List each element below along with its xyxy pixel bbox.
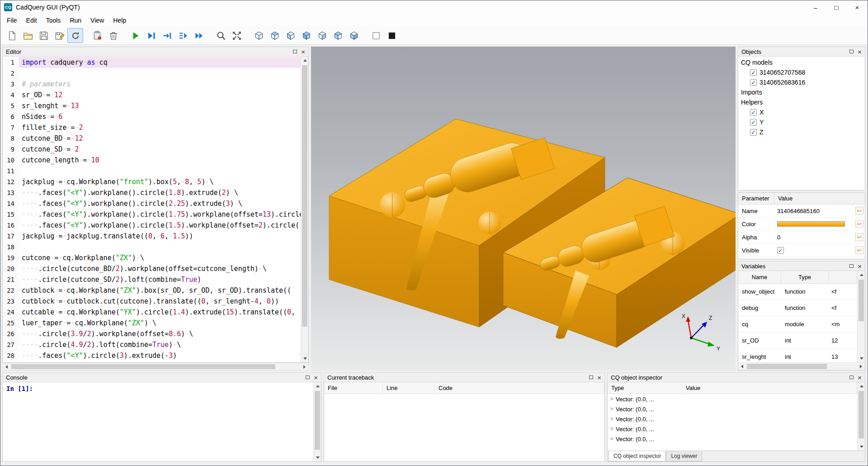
code-line-20[interactable]: 20····.circle(cutcone_BD/2).workplane(of… — [3, 263, 301, 274]
scroll-down-button[interactable] — [858, 355, 865, 362]
checkbox[interactable]: ✓ — [750, 109, 757, 116]
view-right-button[interactable] — [314, 28, 330, 43]
scroll-right-button[interactable] — [857, 363, 865, 371]
tab-log-viewer[interactable]: Log viewer — [666, 451, 702, 461]
code-line-7[interactable]: 7fillet_size·=·2 — [3, 122, 301, 133]
code-line-22[interactable]: 22cutblock·=·cq.Workplane("ZX").box(sr_O… — [3, 285, 301, 296]
tab-cq-object-inspector[interactable]: CQ object inspector — [609, 451, 666, 461]
tree-item-y[interactable]: ✓Y — [738, 117, 865, 127]
menu-tools[interactable]: Tools — [42, 15, 66, 26]
variable-row-show-object[interactable]: show_objectfunction<f — [738, 284, 857, 300]
code-line-9[interactable]: 9cutcone_SD·=·2 — [3, 144, 301, 155]
continue-button[interactable] — [191, 28, 207, 43]
code-line-25[interactable]: 25luer_taper·=·cq.Workplane("ZX")·\ — [3, 318, 301, 328]
scroll-up-button[interactable] — [858, 271, 865, 279]
save-as-button[interactable] — [52, 28, 67, 43]
close-panel-button[interactable]: × — [597, 374, 601, 381]
checkbox[interactable]: ✓ — [750, 129, 757, 136]
variables-vertical-scrollbar[interactable] — [857, 271, 865, 362]
inspector-row-2[interactable]: >Vector: (0.0, ... — [608, 414, 857, 424]
view-bottom-button[interactable] — [346, 28, 362, 43]
tree-item-z[interactable]: ✓Z — [738, 127, 865, 137]
inspector-row-3[interactable]: >Vector: (0.0, ... — [608, 424, 857, 434]
code-line-11[interactable]: 11 — [3, 166, 301, 176]
variable-row-sr-lenght[interactable]: sr_lenghtint13 — [738, 349, 857, 362]
step-button[interactable] — [159, 28, 175, 43]
scroll-thumb[interactable] — [747, 364, 827, 369]
view-iso-button[interactable] — [251, 28, 267, 43]
code-line-27[interactable]: 27····.circle(4.9/2).loft(combine=True)·… — [3, 339, 301, 350]
code-line-2[interactable]: 2 — [3, 68, 301, 79]
variable-row-cq[interactable]: cqmodule<m — [738, 316, 857, 333]
code-line-26[interactable]: 26····.circle(3.9/2).workplane(offset=8.… — [3, 328, 301, 339]
menu-help[interactable]: Help — [108, 15, 131, 26]
viewport-3d[interactable]: X Z Y — [311, 47, 736, 371]
code-line-17[interactable]: 17jackplug·=·jackplug.translate((0,·6,·1… — [3, 231, 301, 242]
code-line-23[interactable]: 23cutblock·=·cutblock.cut(cutcone).trans… — [3, 296, 301, 307]
checkbox[interactable]: ✓ — [750, 69, 757, 76]
expand-icon[interactable]: > — [608, 426, 616, 432]
menu-file[interactable]: File — [2, 15, 22, 26]
tree-item-imports[interactable]: Imports — [738, 87, 865, 97]
variables-horizontal-scrollbar[interactable] — [738, 362, 865, 370]
close-panel-button[interactable]: × — [858, 263, 862, 270]
property-value[interactable]: 0 — [774, 234, 855, 241]
reload-button[interactable] — [67, 28, 83, 43]
maximize-button[interactable]: □ — [826, 0, 847, 14]
scroll-right-button[interactable] — [301, 363, 308, 371]
inspector-vertical-scrollbar[interactable] — [857, 382, 865, 451]
checkbox[interactable]: ✓ — [777, 247, 784, 254]
float-panel-button[interactable] — [293, 50, 297, 53]
scroll-left-button[interactable] — [3, 363, 10, 371]
inspector-row-0[interactable]: >Vector: (0.0, ... — [608, 394, 857, 404]
expand-icon[interactable]: > — [608, 436, 616, 442]
code-line-15[interactable]: 15····.faces("<Y").workplane().circle(1.… — [3, 209, 301, 220]
editor-horizontal-scrollbar[interactable] — [2, 363, 309, 371]
scroll-down-button[interactable] — [858, 443, 865, 451]
render-button[interactable] — [127, 28, 143, 43]
tree-item-helpers[interactable]: Helpers — [738, 97, 865, 107]
minimize-button[interactable]: – — [805, 0, 826, 14]
inspector-row-1[interactable]: >Vector: (0.0, ... — [608, 404, 857, 414]
code-line-4[interactable]: 4sr_OD·=·12 — [3, 90, 301, 100]
clear-button[interactable] — [90, 28, 105, 43]
code-line-10[interactable]: 10cutcone_length·=·10 — [3, 155, 301, 166]
float-panel-button[interactable] — [589, 376, 593, 379]
scroll-thumb[interactable] — [315, 391, 320, 450]
delete-button[interactable] — [105, 28, 121, 43]
shaded-button[interactable] — [384, 28, 400, 43]
scroll-down-button[interactable] — [301, 355, 309, 362]
scroll-thumb[interactable] — [859, 391, 864, 438]
checkbox[interactable]: ✓ — [750, 119, 757, 126]
scroll-up-button[interactable] — [314, 382, 321, 390]
code-line-18[interactable]: 18 — [3, 242, 301, 252]
scroll-up-button[interactable] — [858, 382, 865, 390]
tree-item-x[interactable]: ✓X — [738, 107, 865, 117]
editor-vertical-scrollbar[interactable] — [301, 57, 308, 362]
code-line-24[interactable]: 24cutcable·=·cq.Workplane("YX").circle(1… — [3, 307, 301, 318]
scroll-thumb[interactable] — [302, 65, 307, 327]
view-top-button[interactable] — [267, 28, 283, 43]
checkbox[interactable]: ✓ — [750, 79, 757, 86]
menu-run[interactable]: Run — [65, 15, 86, 26]
reset-icon[interactable]: ↩ — [855, 233, 863, 241]
view-back-button[interactable] — [330, 28, 346, 43]
expand-icon[interactable]: > — [608, 396, 616, 402]
view-front-button[interactable] — [283, 28, 298, 43]
close-panel-button[interactable]: × — [858, 48, 862, 55]
menu-edit[interactable]: Edit — [22, 15, 42, 26]
code-line-1[interactable]: 1import·cadquery·as·cq — [3, 57, 301, 68]
property-value[interactable]: 3140646685160 — [774, 208, 855, 214]
code-line-19[interactable]: 19cutcone·=·cq.Workplane("ZX")·\ — [3, 252, 301, 263]
zoom-button[interactable] — [213, 28, 229, 43]
scroll-up-button[interactable] — [301, 57, 309, 64]
save-button[interactable] — [36, 28, 52, 43]
scroll-down-button[interactable] — [314, 454, 321, 461]
code-line-28[interactable]: 28····.faces("<Y").circle(3).extrude(-3) — [3, 350, 301, 361]
expand-icon[interactable]: > — [608, 416, 616, 422]
float-panel-button[interactable] — [849, 50, 854, 53]
step-into-button[interactable] — [175, 28, 191, 43]
inspector-row-4[interactable]: >Vector: (0.0, ... — [608, 434, 857, 444]
close-panel-button[interactable]: × — [301, 48, 305, 55]
variable-row-debug[interactable]: debugfunction<f — [738, 300, 857, 316]
